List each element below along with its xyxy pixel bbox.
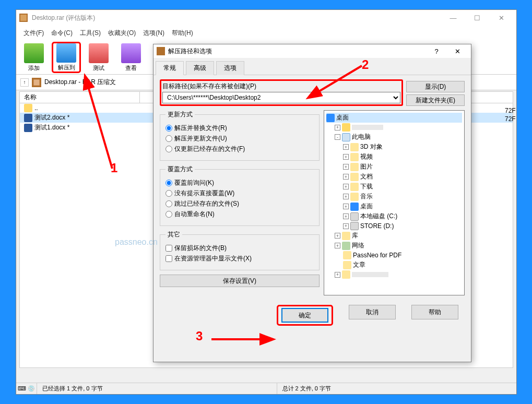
user-icon [342,123,350,132]
tree-item[interactable]: PassNeo for PDF [326,251,462,260]
desk-icon [350,203,359,211]
opt-auto-rename[interactable]: 自动重命名(N) [165,210,314,219]
drive-icon [350,222,359,230]
tree-item[interactable]: +音乐 [326,192,462,201]
dialog-help-button[interactable]: ? [426,47,447,55]
tree-item[interactable]: +STORE (D:) [326,221,462,231]
test-icon [89,43,109,63]
menu-options[interactable]: 选项(N) [140,28,168,39]
tree-desktop[interactable]: 桌面 [326,113,462,123]
folder-tree[interactable]: 桌面 + -此电脑+3D 对象+视频+图片+文档+下载+音乐+桌面+本地磁盘 (… [324,110,465,295]
pc-icon [342,133,350,141]
svg-line-5 [88,85,112,169]
chk-keep-broken[interactable]: 保留损坏的文件(B) [165,244,314,253]
update-group: 更新方式 解压并替换文件(R) 解压并更新文件(U) 仅更新已经存在的文件(F) [160,110,320,161]
docx-icon [24,114,32,122]
close-button[interactable]: ✕ [489,10,513,26]
dialog-close-button[interactable]: ✕ [447,47,468,55]
menu-command[interactable]: 命令(C) [48,28,76,39]
opt-extract-replace[interactable]: 解压并替换文件(R) [165,124,314,133]
menu-file[interactable]: 文件(F) [20,28,47,39]
fold-icon [343,251,351,259]
tree-item[interactable]: +本地磁盘 (C:) [326,211,462,221]
svg-line-6 [316,66,362,93]
tab-general[interactable]: 常规 [156,61,184,75]
dialog-title: 解压路径和选项 [168,47,426,56]
ok-button[interactable]: 确定 [281,308,328,323]
tree-item[interactable]: +图片 [326,162,462,172]
help-button[interactable]: 帮助 [411,305,458,319]
save-settings-button[interactable]: 保存设置(V) [160,275,320,287]
new-folder-button[interactable]: 新建文件夹(E) [406,94,465,106]
archive-icon [32,78,41,87]
fold-icon [342,232,350,240]
dialog-footer: 确定 取消 帮助 [153,300,471,331]
docx-icon [24,124,32,132]
tab-advanced[interactable]: 高级 [186,61,214,75]
net-icon [342,242,350,250]
tree-item[interactable]: + [326,270,462,279]
titlebar: Desktop.rar (评估版本) — ☐ ✕ [16,10,516,26]
opt-ask[interactable]: 覆盖前询问(K) [165,179,314,187]
statusbar-icon: ⌨ 💿 [16,383,37,394]
app-icon [19,14,28,22]
view-icon [121,43,141,63]
watermark: passneo.cn [115,237,158,247]
toolbar-view[interactable]: 查看 [116,42,146,73]
svg-rect-1 [20,15,27,21]
tree-item[interactable]: 文章 [326,260,462,270]
annotation-2: 2 [362,57,369,72]
fold-icon [350,153,359,161]
arrow-2 [312,62,370,101]
svg-rect-4 [157,47,165,55]
add-icon [24,43,44,63]
maximize-button[interactable]: ☐ [465,10,489,26]
minimize-button[interactable]: — [441,10,465,26]
tree-item[interactable]: +文档 [326,172,462,182]
status-left: 已经选择 1 文件, 0 字节 [37,383,277,394]
fold-icon [350,193,359,201]
window-title: Desktop.rar (评估版本) [32,14,441,22]
annotation-1: 1 [111,161,117,175]
status-right: 总计 2 文件, 0 字节 [277,383,517,394]
cancel-button[interactable]: 取消 [349,305,396,319]
tree-user[interactable]: + [326,123,462,132]
svg-rect-3 [33,79,39,85]
folder-icon [342,270,350,279]
toolbar-test[interactable]: 测试 [84,42,113,73]
overwrite-group: 覆盖方式 覆盖前询问(K) 没有提示直接覆盖(W) 跳过已经存在的文件(S) 自… [160,165,320,226]
menu-help[interactable]: 帮助(H) [169,28,196,39]
tree-item[interactable]: -此电脑 [326,132,462,142]
arrow-3 [209,331,271,347]
tab-options[interactable]: 选项 [216,61,244,75]
folder-icon [24,104,32,112]
tree-item[interactable]: +网络 [326,241,462,251]
opt-skip[interactable]: 跳过已经存在的文件(S) [165,199,314,208]
menu-favorites[interactable]: 收藏夹(O) [105,28,139,39]
app-icon [157,47,165,55]
fold-icon [350,163,359,171]
show-button[interactable]: 显示(D) [406,81,465,92]
tree-item[interactable]: +桌面 [326,201,462,211]
desktop-icon [326,114,335,122]
up-button[interactable]: ↑ [20,78,29,87]
fold-icon [343,261,351,269]
opt-only-existing[interactable]: 仅更新已经存在的文件(F) [165,145,314,153]
toolbar-add[interactable]: 添加 [19,42,49,73]
dialog-titlebar: 解压路径和选项 ? ✕ [153,44,471,58]
drive-icon [350,212,359,221]
other-group: 其它 保留损坏的文件(B) 在资源管理器中显示文件(X) [160,230,320,270]
tree-item[interactable]: +3D 对象 [326,142,462,152]
tree-item[interactable]: +库 [326,231,462,241]
fold-icon [350,173,359,181]
menubar: 文件(F) 命令(C) 工具(S) 收藏夹(O) 选项(N) 帮助(H) [16,26,516,41]
opt-no-prompt[interactable]: 没有提示直接覆盖(W) [165,189,314,198]
fold-icon [350,143,359,151]
chk-show-explorer[interactable]: 在资源管理器中显示文件(X) [165,254,314,263]
menu-tools[interactable]: 工具(S) [77,28,104,39]
tree-item[interactable]: +视频 [326,152,462,162]
tree-item[interactable]: +下载 [326,182,462,192]
opt-extract-update[interactable]: 解压并更新文件(U) [165,134,314,143]
toolbar-extract-to[interactable]: 解压到 [52,42,81,73]
annotation-3: 3 [196,329,203,343]
